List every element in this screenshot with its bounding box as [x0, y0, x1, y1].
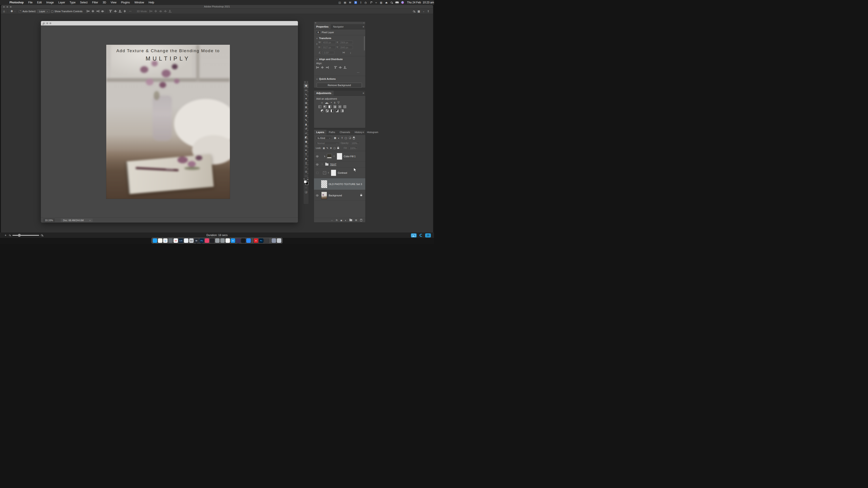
background-thumbnail[interactable]: [321, 192, 327, 199]
blend-mode-dropdown[interactable]: Normal ⌄: [316, 141, 339, 145]
hue-saturation-icon[interactable]: [318, 105, 321, 108]
menu-clock[interactable]: Thu 24 Feb 10:23 am: [407, 1, 434, 4]
home-icon[interactable]: ⌂: [3, 9, 5, 13]
align-center-h-icon[interactable]: [321, 66, 324, 69]
brightness-contrast-icon[interactable]: ☼: [321, 101, 323, 104]
visibility-eye-icon[interactable]: [316, 195, 318, 196]
align-bottom-icon[interactable]: [344, 66, 346, 69]
document-pasteboard[interactable]: Add Texture & Change the Blending Mode t…: [41, 26, 298, 218]
shape-tool[interactable]: ▯: [304, 161, 308, 165]
color-balance-icon[interactable]: [323, 105, 327, 108]
layer-row-old-photo-texture[interactable]: OLD PHOTO TEXTURE Set 3: [314, 178, 365, 190]
menu-window[interactable]: Window: [132, 1, 147, 4]
panel-menu-icon[interactable]: ≡: [363, 131, 364, 133]
filter-pixel-layers-icon[interactable]: ▣: [334, 136, 336, 139]
levels-icon[interactable]: ▃▅▂: [325, 101, 328, 104]
sidecar-display-icon[interactable]: ▤: [344, 1, 346, 4]
dock-capture-app-icon[interactable]: [205, 238, 209, 243]
dock-photo-viewer-icon[interactable]: [168, 238, 173, 243]
color-lookup-icon[interactable]: [343, 105, 346, 108]
exposure-icon[interactable]: ±: [334, 101, 336, 104]
height-field[interactable]: 5527 px: [322, 46, 336, 49]
link-dimensions-icon[interactable]: ∞: [316, 43, 318, 46]
path-selection-tool[interactable]: ➤: [304, 157, 308, 161]
delete-layer-icon[interactable]: [360, 219, 362, 221]
tab-navigator[interactable]: Navigator: [331, 24, 346, 29]
dock-paint-app-icon[interactable]: [210, 238, 215, 243]
lasso-tool[interactable]: ∿: [304, 92, 308, 96]
panel-menu-icon[interactable]: ≡: [363, 92, 364, 94]
document-titlebar[interactable]: ▤sixteen-miles-out-0I75875sRVU-unsplash.…: [41, 21, 298, 26]
curves-adjustment-icon[interactable]: ◔: [323, 171, 326, 174]
menu-3d[interactable]: 3D: [100, 1, 108, 4]
menu-edit[interactable]: Edit: [35, 1, 44, 4]
link-layers-icon[interactable]: ∞: [331, 219, 333, 222]
layer-mask-thumbnail[interactable]: [331, 170, 336, 176]
blur-tool[interactable]: ◉: [304, 139, 308, 144]
lock-transparency-icon[interactable]: ▦: [323, 147, 325, 149]
align-left-icon[interactable]: [316, 66, 319, 69]
spotlight-icon[interactable]: [391, 2, 393, 3]
new-layer-icon[interactable]: ⊞: [355, 219, 357, 222]
dock-acrobat-icon[interactable]: A: [254, 238, 258, 243]
empty-layer-thumbnail[interactable]: [321, 180, 327, 188]
menu-type[interactable]: Type: [67, 1, 78, 4]
scrollbar[interactable]: [364, 36, 365, 51]
align-left-icon[interactable]: [87, 10, 90, 12]
layer-style-icon[interactable]: fx: [336, 219, 338, 221]
visibility-eye-icon[interactable]: [316, 156, 318, 157]
eyedropper-tool[interactable]: ✐: [304, 109, 308, 113]
dock-video-app-icon[interactable]: [236, 238, 241, 243]
dock-settings-app-icon[interactable]: [264, 238, 269, 243]
move-tool-preset-icon[interactable]: ✥: [11, 9, 13, 13]
filter-toggle[interactable]: [353, 136, 355, 140]
3d-scale-icon[interactable]: [168, 10, 172, 12]
3d-pan-icon[interactable]: [159, 10, 162, 12]
layer-name[interactable]: TEXT: [330, 163, 336, 166]
add-adjustment-icon[interactable]: ◐: [345, 219, 346, 222]
quick-actions-header[interactable]: ∨Quick Actions: [314, 76, 365, 81]
photo-filter-icon[interactable]: [333, 105, 336, 108]
counter-badge[interactable]: 25: [425, 233, 431, 237]
wifi-icon[interactable]: [370, 2, 372, 4]
layer-row-contrast[interactable]: ◔ ∞ Contrast: [314, 167, 365, 178]
dock-chrome-icon[interactable]: [225, 238, 230, 243]
bluetooth-icon[interactable]: ᛒ: [360, 1, 362, 4]
chevron-down-icon[interactable]: ⌄: [14, 10, 16, 12]
layer-name[interactable]: Background: [329, 194, 342, 197]
accessibility-icon[interactable]: ♿: [354, 1, 357, 4]
dock-inkscape-icon[interactable]: [241, 238, 246, 243]
dock-project-files-icon[interactable]: [272, 238, 276, 243]
lock-pixels-icon[interactable]: ✎: [327, 147, 328, 149]
eraser-tool[interactable]: ▱: [304, 131, 308, 135]
healing-brush-tool[interactable]: ✚: [304, 113, 308, 118]
expand-group-icon[interactable]: 〉: [322, 163, 324, 166]
layer-row-background[interactable]: Background: [314, 190, 365, 201]
remove-background-button[interactable]: Remove Background: [317, 83, 362, 88]
tools-collapse-icon[interactable]: »: [307, 81, 308, 83]
panel-collapse-icon[interactable]: «: [364, 22, 364, 24]
y-field[interactable]: 3945 px: [339, 46, 353, 49]
tab-adjustments[interactable]: Adjustments: [314, 91, 334, 96]
3d-orbit-icon[interactable]: [150, 10, 153, 12]
distribute-middle-icon[interactable]: [114, 10, 117, 12]
selective-color-icon[interactable]: [341, 109, 344, 112]
tab-properties[interactable]: Properties: [314, 24, 331, 29]
tab-channels[interactable]: Channels: [338, 130, 352, 135]
new-group-icon[interactable]: [349, 219, 352, 221]
panel-menu-icon[interactable]: ≡: [363, 25, 364, 28]
3d-roll-icon[interactable]: [154, 10, 157, 12]
menu-help[interactable]: Help: [146, 1, 156, 4]
align-center-h-icon[interactable]: [92, 10, 94, 12]
3d-slide-icon[interactable]: [164, 10, 167, 12]
visibility-eye-icon[interactable]: [316, 164, 318, 165]
menu-select[interactable]: Select: [78, 1, 90, 4]
tab-histogram[interactable]: Histogram: [365, 130, 380, 135]
menu-plugins[interactable]: Plugins: [119, 1, 132, 4]
dock-font-book-icon[interactable]: AA: [189, 238, 194, 243]
tools-close-icon[interactable]: ✕: [304, 81, 306, 83]
type-tool[interactable]: T: [304, 152, 308, 157]
app-titlebar[interactable]: Adobe Photoshop 2021: [1, 5, 433, 8]
lock-position-icon[interactable]: ✥: [330, 147, 332, 149]
brush-tool[interactable]: ✎: [304, 118, 308, 122]
